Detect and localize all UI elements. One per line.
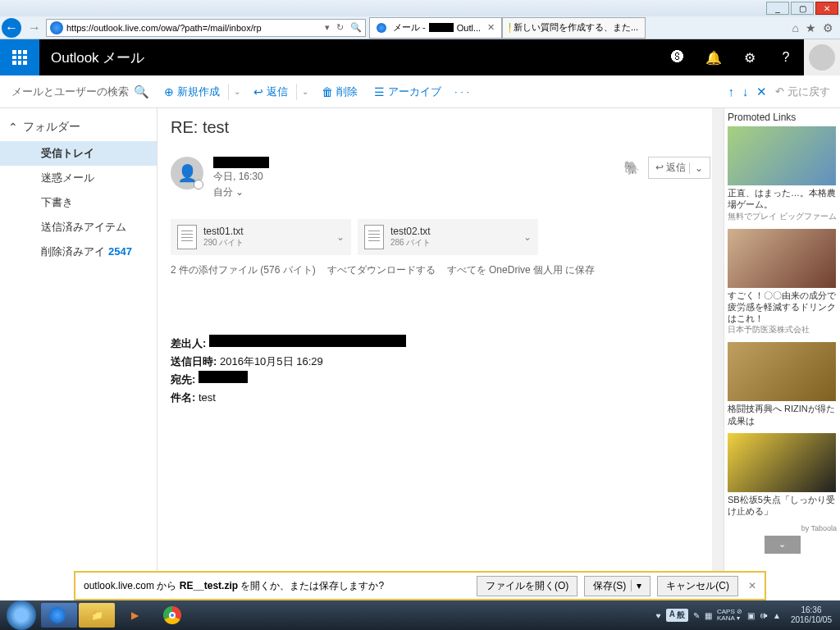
ime-indicator[interactable]: A般 xyxy=(666,609,688,622)
chevron-down-icon[interactable]: ⌄ xyxy=(232,87,242,96)
chevron-down-icon[interactable]: ⌄ xyxy=(336,231,345,243)
file-icon xyxy=(364,225,384,249)
new-button[interactable]: ⊕新規作成 xyxy=(159,81,225,103)
tray-icon[interactable]: ♥ xyxy=(656,611,661,620)
attachment-card[interactable]: test02.txt286 バイト ⌄ xyxy=(358,219,538,255)
tray-icon[interactable]: ▣ xyxy=(747,611,755,620)
chevron-up-icon: ⌃ xyxy=(8,121,18,134)
folders-header[interactable]: ⌃フォルダー xyxy=(0,116,157,138)
tray-icon[interactable]: ▲ xyxy=(773,611,781,620)
reply-icon: ↩ xyxy=(253,85,263,98)
favorites-icon[interactable]: ★ xyxy=(806,21,816,34)
more-button[interactable]: · · · xyxy=(450,82,474,101)
folder-sent[interactable]: 送信済みアイテム xyxy=(0,215,157,240)
save-onedrive-link[interactable]: すべてを OneDrive 個人用 に保存 xyxy=(447,263,596,277)
search-icon[interactable]: 🔍 xyxy=(350,22,362,33)
delete-button[interactable]: 🗑削除 xyxy=(317,81,363,103)
taskbar-ie-button[interactable] xyxy=(41,603,77,628)
folder-inbox[interactable]: 受信トレイ xyxy=(0,141,157,166)
help-button[interactable]: ? xyxy=(768,39,804,75)
sender-avatar: 👤 xyxy=(171,157,203,189)
tools-icon[interactable]: ⚙ xyxy=(823,21,833,34)
window-titlebar: _ ▢ ✕ xyxy=(0,0,840,16)
separator xyxy=(296,84,297,100)
ad-attribution[interactable]: by Taboola xyxy=(728,524,837,532)
search-icon[interactable]: 🔍 xyxy=(134,84,149,99)
up-arrow-button[interactable]: ↑ xyxy=(728,84,734,98)
chevron-down-icon[interactable]: ⌄ xyxy=(523,231,532,243)
folder-junk[interactable]: 迷惑メール xyxy=(0,166,157,190)
reply-dropdown-button[interactable]: ↩ 返信⌄ xyxy=(648,157,710,179)
chevron-down-icon[interactable]: ▾ xyxy=(631,580,641,591)
open-file-button[interactable]: ファイルを開く(O) xyxy=(477,576,578,596)
taskbar-clock[interactable]: 16:362016/10/05 xyxy=(786,605,837,625)
favicon-icon xyxy=(377,23,386,33)
ie-logo-icon xyxy=(50,21,63,34)
search-input[interactable]: メールとユーザーの検索 🔍 xyxy=(5,80,156,103)
save-file-button[interactable]: 保存(S)▾ xyxy=(584,576,651,596)
folder-deleted[interactable]: 削除済みアイ2547 xyxy=(0,240,157,264)
download-text: outlook.live.com から RE__test.zip を開くか、また… xyxy=(84,579,384,593)
tab-close-icon[interactable]: ✕ xyxy=(487,22,495,33)
refresh-icon[interactable]: ↻ xyxy=(336,22,344,33)
message-pane: RE: test 👤 今日, 16:30 自分 ⌄ 🐘 ↩ 返信⌄ test01… xyxy=(158,108,724,587)
home-icon[interactable]: ⌂ xyxy=(792,21,799,34)
ad-card[interactable]: 正直、はまった…。本格農場ゲーム。無料でプレイ ビッグファーム xyxy=(728,126,837,222)
address-bar[interactable]: https://outlook.live.com/owa/?path=/mail… xyxy=(46,19,366,37)
download-all-link[interactable]: すべてダウンロードする xyxy=(327,263,436,277)
redacted-from xyxy=(209,335,406,347)
folder-drafts[interactable]: 下書き xyxy=(0,190,157,215)
stop-icon[interactable]: ▾ xyxy=(325,22,330,33)
ime-pad-icon[interactable]: ▦ xyxy=(705,611,712,620)
reply-button[interactable]: ↩返信 xyxy=(249,81,293,103)
taskbar-media-button[interactable]: ▶ xyxy=(116,603,153,628)
taskbar-explorer-button[interactable]: 📁 xyxy=(79,603,115,628)
scroll-down-button[interactable]: ⌄ xyxy=(765,536,801,554)
ie-icon xyxy=(49,607,66,623)
main-layout: ⌃フォルダー 受信トレイ 迷惑メール 下書き 送信済みアイテム 削除済みアイ25… xyxy=(0,108,840,587)
attachment-size: 286 バイト xyxy=(390,237,431,249)
tray-icon[interactable]: 🕪 xyxy=(760,611,768,620)
outlook-header: Outlook メール 🅢 🔔 ⚙ ? xyxy=(0,39,840,75)
chevron-down-icon[interactable]: ⌄ xyxy=(300,87,310,96)
settings-button[interactable]: ⚙ xyxy=(732,39,768,75)
attachment-summary: 2 件の添付ファイル (576 バイト) すべてダウンロードする すべてを On… xyxy=(171,263,710,277)
profile-button[interactable] xyxy=(804,39,840,75)
separator xyxy=(228,84,229,100)
skype-button[interactable]: 🅢 xyxy=(660,39,696,75)
windows-taskbar: 📁 ▶ ♥ A般 ✎ ▦ CAPS ⊘KANA ▾ ▣ 🕪 ▲ 16:36201… xyxy=(0,600,840,630)
scrollbar[interactable] xyxy=(712,108,724,587)
chrome-icon xyxy=(163,606,181,624)
ad-card[interactable]: SB松坂5失点「しっかり受け止める」 xyxy=(728,433,837,518)
window-maximize-button[interactable]: ▢ xyxy=(791,2,814,15)
attachment-card[interactable]: test01.txt290 バイト ⌄ xyxy=(171,219,351,255)
app-launcher-button[interactable] xyxy=(0,39,39,75)
notifications-button[interactable]: 🔔 xyxy=(696,39,732,75)
cancel-download-button[interactable]: キャンセル(C) xyxy=(657,576,738,596)
taskbar-chrome-button[interactable] xyxy=(154,603,190,628)
evernote-icon[interactable]: 🐘 xyxy=(623,160,640,176)
ad-card[interactable]: 格闘技再興へ RIZINが得た成果は xyxy=(728,342,837,427)
ad-image xyxy=(728,229,836,288)
close-notification-button[interactable]: ✕ xyxy=(748,580,756,591)
nav-back-button[interactable]: ← xyxy=(2,18,21,38)
message-recipients[interactable]: 自分 ⌄ xyxy=(213,185,269,199)
browser-tab[interactable]: 新しい質問を作成する、また... xyxy=(502,17,646,39)
ad-card[interactable]: すごく！〇〇由来の成分で疲労感を軽減するドリンクはこれ！日本予防医薬株式会社 xyxy=(728,229,837,336)
browser-tab-active[interactable]: メール - Outl... ✕ xyxy=(369,17,502,39)
redacted-sender xyxy=(213,157,269,168)
redacted-text xyxy=(429,23,454,32)
down-arrow-button[interactable]: ↓ xyxy=(742,84,749,98)
tab-label: 新しい質問を作成する、また... xyxy=(514,21,638,34)
ime-tool-icon[interactable]: ✎ xyxy=(693,611,700,620)
nav-forward-button[interactable]: → xyxy=(23,18,46,38)
close-message-button[interactable]: ✕ xyxy=(756,84,767,99)
window-close-button[interactable]: ✕ xyxy=(815,2,838,15)
undo-button[interactable]: ↶ 元に戻す xyxy=(775,84,830,99)
archive-button[interactable]: ☰アーカイブ xyxy=(369,81,446,103)
favicon-ms-icon xyxy=(509,23,510,33)
window-minimize-button[interactable]: _ xyxy=(766,2,789,15)
ad-image xyxy=(728,126,836,185)
trash-icon: 🗑 xyxy=(322,85,333,98)
start-button[interactable] xyxy=(3,603,39,628)
